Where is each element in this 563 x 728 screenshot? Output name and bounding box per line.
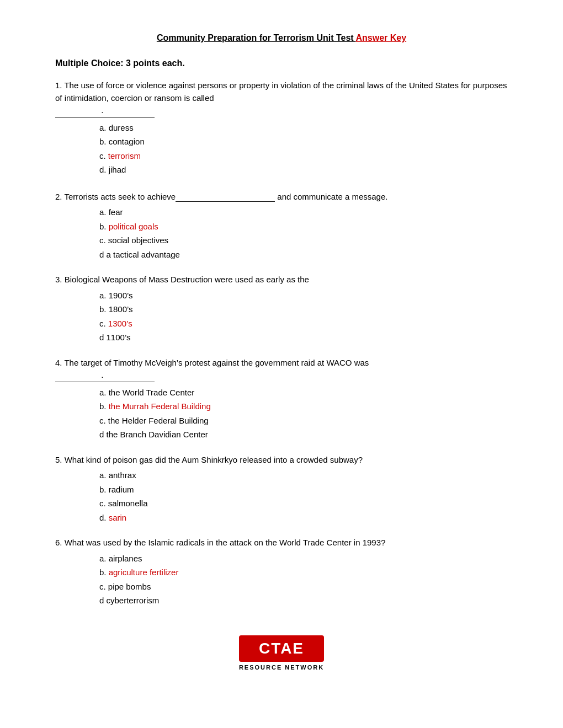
option-2-3: c. social objectives [99,233,508,248]
options-4: a. the World Trade Centerb. the Murrah F… [99,386,508,442]
option-2-2: b. political goals [99,220,508,234]
option-4-3: c. the Helder Federal Building [99,414,508,428]
question-text-5: 5. What kind of poison gas did the Aum S… [55,454,508,467]
question-block-4: 4. The target of Timothy McVeigh’s prote… [55,357,508,442]
footer: CTAE RESOURCE NETWORK [55,635,508,671]
title-black-text: Community Preparation for Terrorism Unit… [157,33,356,42]
option-6-2: b. agriculture fertilizer [99,565,508,580]
option-3-3: c. 1300’s [99,317,508,331]
question-text-2: 2. Terrorists acts seek to achieve and c… [55,189,508,204]
question-text-1: 1. The use of force or violence against … [55,79,508,119]
option-6-1: a. airplanes [99,552,508,566]
page-title: Community Preparation for Terrorism Unit… [55,33,508,43]
question-block-3: 3. Biological Weapons of Mass Destructio… [55,274,508,345]
ctae-logo-text: CTAE [239,635,324,662]
option-2-4: d a tactical advantage [99,248,508,262]
option-5-3: c. salmonella [99,496,508,511]
question-text-6: 6. What was used by the Islamic radicals… [55,537,508,549]
ctae-subtitle: RESOURCE NETWORK [239,664,324,671]
option-5-4: d. sarin [99,511,508,525]
option-5-1: a. anthrax [99,468,508,483]
option-6-3: c. pipe bombs [99,580,508,594]
option-1-4: d. jihad [99,163,508,177]
options-1: a. duressb. contagionc. terrorismd. jiha… [99,121,508,177]
option-4-4: d the Branch Davidian Center [99,427,508,442]
option-1-1: a. duress [99,121,508,135]
options-5: a. anthraxb. radiumc. salmonellad. sarin [99,468,508,524]
option-3-4: d 1100’s [99,330,508,345]
option-6-4: d cyberterrorism [99,593,508,608]
option-1-2: b. contagion [99,135,508,149]
option-3-1: a. 1900’s [99,288,508,303]
option-4-1: a. the World Trade Center [99,386,508,400]
option-5-2: b. radium [99,483,508,497]
options-2: a. fearb. political goalsc. social objec… [99,205,508,261]
question-block-2: 2. Terrorists acts seek to achieve and c… [55,189,508,262]
option-2-1: a. fear [99,205,508,220]
underline-blank-1 [55,104,155,117]
question-block-5: 5. What kind of poison gas did the Aum S… [55,454,508,525]
options-3: a. 1900’sb. 1800’sc. 1300’sd 1100’s [99,288,508,345]
options-6: a. airplanesb. agriculture fertilizerc. … [99,552,508,608]
title-red-text: Answer Key [356,33,407,42]
option-4-2: b. the Murrah Federal Building [99,399,508,414]
ctae-logo: CTAE RESOURCE NETWORK [239,635,324,671]
question-block-6: 6. What was used by the Islamic radicals… [55,537,508,608]
question-text-4: 4. The target of Timothy McVeigh’s prote… [55,357,508,383]
question-block-1: 1. The use of force or violence against … [55,79,508,177]
inline-blank-2 [176,189,275,202]
underline-blank-4 [55,369,155,382]
question-text-3: 3. Biological Weapons of Mass Destructio… [55,274,508,286]
questions-container: 1. The use of force or violence against … [55,79,508,608]
section-header: Multiple Choice: 3 points each. [55,58,508,68]
option-3-2: b. 1800’s [99,302,508,317]
option-1-3: c. terrorism [99,149,508,163]
